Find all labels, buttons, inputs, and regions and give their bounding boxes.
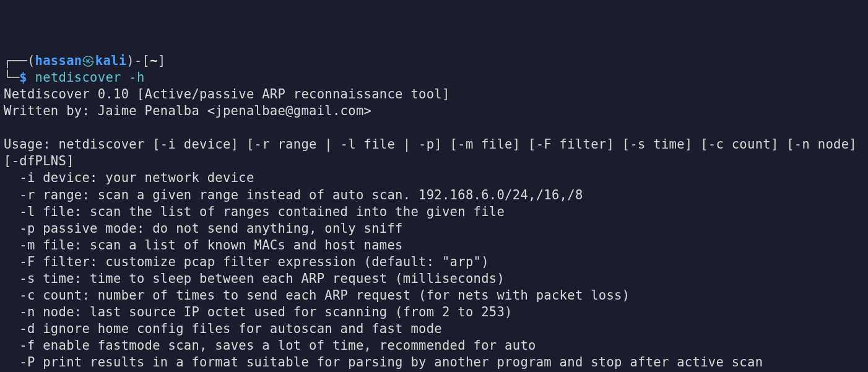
output-option-1: -r range: scan a given range instead of … bbox=[4, 187, 864, 204]
output-option-10: -f enable fastmode scan, saves a lot of … bbox=[4, 337, 864, 354]
output-blank bbox=[4, 119, 864, 136]
output-option-2: -l file: scan the list of ranges contain… bbox=[4, 204, 864, 220]
output-option-11: -P print results in a format suitable fo… bbox=[4, 354, 864, 371]
prompt-host: kali bbox=[95, 53, 127, 68]
prompt-path: ~ bbox=[150, 53, 158, 68]
prompt-line-2: └─$ netdiscover -h bbox=[4, 69, 864, 86]
output-option-0: -i device: your network device bbox=[4, 170, 864, 186]
command-text[interactable]: netdiscover -h bbox=[35, 70, 145, 85]
output-option-5: -F filter: customize pcap filter express… bbox=[4, 254, 864, 270]
output-option-9: -d ignore home config files for autoscan… bbox=[4, 321, 864, 337]
terminal-window[interactable]: ┌──(hassan㉿kali)-[~]└─$ netdiscover -hNe… bbox=[4, 53, 864, 372]
output-option-4: -m file: scan a list of known MACs and h… bbox=[4, 237, 864, 254]
skull-icon: ㉿ bbox=[82, 53, 95, 68]
prompt-user: hassan bbox=[35, 53, 82, 68]
output-usage: Usage: netdiscover [-i device] [-r range… bbox=[4, 136, 864, 170]
output-author: Written by: Jaime Penalba <jpenalbae@gma… bbox=[4, 103, 864, 119]
output-option-8: -n node: last source IP octet used for s… bbox=[4, 304, 864, 321]
prompt-line-1: ┌──(hassan㉿kali)-[~] bbox=[4, 53, 864, 69]
output-option-7: -c count: number of times to send each A… bbox=[4, 287, 864, 304]
prompt-symbol: $ bbox=[19, 70, 27, 85]
output-option-3: -p passive mode: do not send anything, o… bbox=[4, 220, 864, 237]
output-option-6: -s time: time to sleep between each ARP … bbox=[4, 270, 864, 287]
output-title: Netdiscover 0.10 [Active/passive ARP rec… bbox=[4, 86, 864, 103]
